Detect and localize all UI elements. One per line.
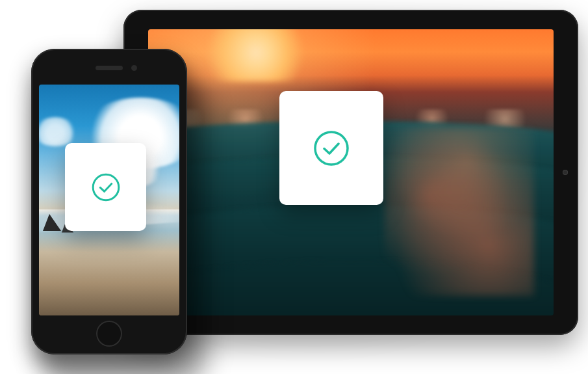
phone-home-button[interactable] (96, 321, 122, 347)
water-splash (385, 127, 534, 296)
rock (43, 214, 61, 231)
phone-speaker-icon (96, 66, 123, 70)
tablet-camera-icon (563, 170, 568, 175)
cloud (39, 117, 78, 146)
check-circle-icon (313, 129, 350, 167)
svg-point-1 (93, 174, 119, 200)
check-circle-icon (91, 172, 121, 202)
phone-camera-icon (131, 65, 137, 71)
success-card-phone (65, 143, 146, 231)
success-card-tablet (279, 91, 383, 205)
device-mockup-stage (0, 0, 588, 374)
svg-point-0 (315, 132, 348, 165)
